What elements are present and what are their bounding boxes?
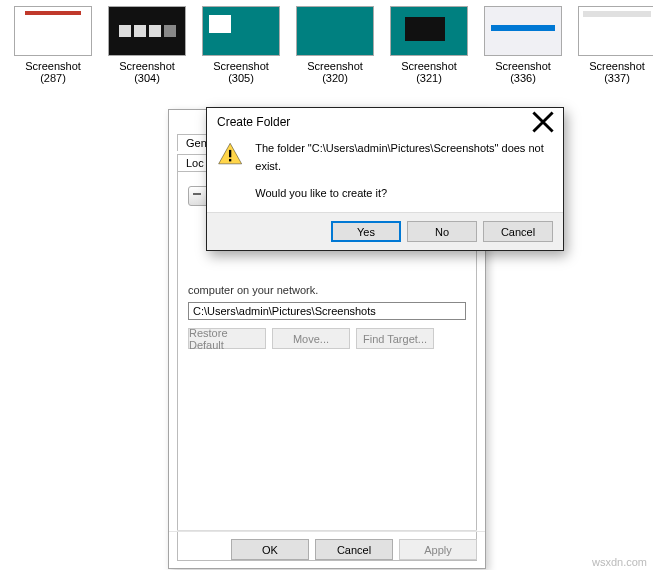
- file-thumbnail: [578, 6, 653, 56]
- file-item[interactable]: Screenshot (287): [14, 6, 92, 84]
- file-label: Screenshot (337): [578, 60, 653, 84]
- file-label: Screenshot (287): [14, 60, 92, 84]
- find-target-button[interactable]: Find Target...: [356, 328, 434, 349]
- dialog-line1: The folder "C:\Users\admin\Pictures\Scre…: [255, 140, 553, 175]
- file-item[interactable]: Screenshot (337): [578, 6, 653, 84]
- properties-footer: OK Cancel Apply: [177, 530, 477, 568]
- file-thumbnail: [390, 6, 468, 56]
- create-folder-dialog: Create Folder The folder "C:\Users\admin…: [206, 107, 564, 251]
- path-input[interactable]: [188, 302, 466, 320]
- file-thumbnail: [202, 6, 280, 56]
- yes-button[interactable]: Yes: [331, 221, 401, 242]
- dialog-message: The folder "C:\Users\admin\Pictures\Scre…: [255, 140, 553, 203]
- file-item[interactable]: Screenshot (305): [202, 6, 280, 84]
- ok-button[interactable]: OK: [231, 539, 309, 560]
- file-thumbnail-row: Screenshot (287) Screenshot (304) Screen…: [0, 0, 653, 84]
- dialog-titlebar: Create Folder: [207, 108, 563, 136]
- cancel-button[interactable]: Cancel: [315, 539, 393, 560]
- apply-button[interactable]: Apply: [399, 539, 477, 560]
- file-label: Screenshot (320): [296, 60, 374, 84]
- move-button[interactable]: Move...: [272, 328, 350, 349]
- file-label: Screenshot (321): [390, 60, 468, 84]
- watermark: wsxdn.com: [592, 556, 647, 568]
- file-item[interactable]: Screenshot (320): [296, 6, 374, 84]
- file-item[interactable]: Screenshot (321): [390, 6, 468, 84]
- svg-rect-0: [229, 150, 231, 157]
- file-item[interactable]: Screenshot (304): [108, 6, 186, 84]
- no-button[interactable]: No: [407, 221, 477, 242]
- dialog-cancel-button[interactable]: Cancel: [483, 221, 553, 242]
- location-note: computer on your network.: [188, 284, 466, 296]
- close-icon[interactable]: [531, 112, 555, 132]
- file-item[interactable]: Screenshot (336): [484, 6, 562, 84]
- file-thumbnail: [14, 6, 92, 56]
- svg-rect-1: [229, 159, 231, 161]
- file-label: Screenshot (305): [202, 60, 280, 84]
- dialog-footer: Yes No Cancel: [207, 212, 563, 250]
- restore-default-button[interactable]: Restore Default: [188, 328, 266, 349]
- dialog-title-text: Create Folder: [217, 115, 290, 129]
- file-thumbnail: [296, 6, 374, 56]
- file-label: Screenshot (304): [108, 60, 186, 84]
- file-thumbnail: [484, 6, 562, 56]
- file-thumbnail: [108, 6, 186, 56]
- dialog-line2: Would you like to create it?: [255, 185, 553, 203]
- file-label: Screenshot (336): [484, 60, 562, 84]
- warning-icon: [217, 140, 243, 168]
